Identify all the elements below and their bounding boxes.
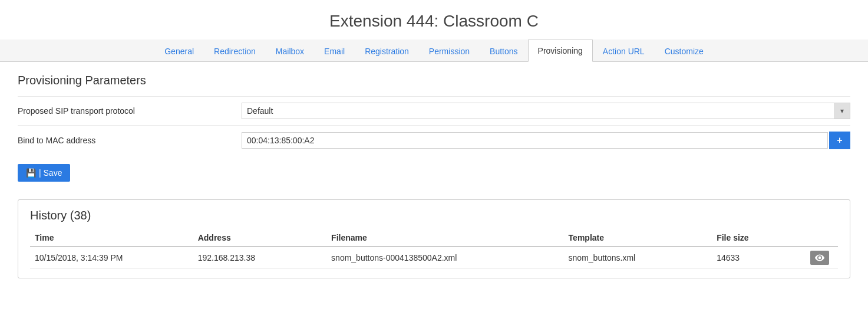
section-title: Provisioning Parameters [18,74,850,87]
mac-address-input[interactable] [242,132,828,149]
col-header-address: Address [193,229,326,247]
mac-address-control: + [242,132,850,149]
sip-transport-select[interactable]: Default UDP TCP TLS [242,103,850,119]
sip-transport-label: Proposed SIP transport protocol [18,106,242,116]
col-header-filesize: File size [712,229,801,247]
save-row: 💾 | Save [18,155,850,193]
main-content: Provisioning Parameters Proposed SIP tra… [0,62,868,290]
col-header-template: Template [564,229,712,247]
view-button[interactable] [810,251,829,265]
history-title: History (38) [30,209,838,222]
mac-address-row: Bind to MAC address + [18,125,850,155]
tab-action-url[interactable]: Action URL [593,40,655,62]
cell-template: snom_buttons.xml [564,247,712,269]
save-icon: 💾 [26,168,36,178]
tab-customize[interactable]: Customize [655,40,714,62]
page-title: Extension 444: Classroom C [0,0,868,40]
history-table: Time Address Filename Template File size… [30,229,838,269]
tab-registration[interactable]: Registration [355,40,419,62]
cell-time: 10/15/2018, 3:14:39 PM [30,247,193,269]
col-header-time: Time [30,229,193,247]
tab-permission[interactable]: Permission [419,40,480,62]
tab-general[interactable]: General [154,40,204,62]
save-button[interactable]: 💾 | Save [18,164,70,182]
tab-email[interactable]: Email [314,40,355,62]
mac-address-label: Bind to MAC address [18,136,242,145]
tab-mailbox[interactable]: Mailbox [266,40,314,62]
sip-transport-row: Proposed SIP transport protocol Default … [18,96,850,125]
cell-filesize: 14633 [712,247,801,269]
history-section: History (38) Time Address Filename Templ… [18,199,850,278]
sip-transport-control: Default UDP TCP TLS ▾ [242,103,850,119]
tabs-bar: General Redirection Mailbox Email Regist… [0,40,868,62]
eye-icon [815,253,824,262]
table-row: 10/15/2018, 3:14:39 PM 192.168.213.38 sn… [30,247,838,269]
history-table-header-row: Time Address Filename Template File size [30,229,838,247]
cell-filename: snom_buttons-0004138500A2.xml [326,247,563,269]
col-header-filename: Filename [326,229,563,247]
add-mac-button[interactable]: + [829,132,850,149]
tab-buttons[interactable]: Buttons [480,40,527,62]
sip-transport-select-wrapper: Default UDP TCP TLS ▾ [242,103,850,119]
tab-provisioning[interactable]: Provisioning [528,40,593,62]
tab-redirection[interactable]: Redirection [204,40,266,62]
save-label: | Save [39,168,62,178]
cell-action [801,247,838,269]
cell-address: 192.168.213.38 [193,247,326,269]
col-header-action [801,229,838,247]
